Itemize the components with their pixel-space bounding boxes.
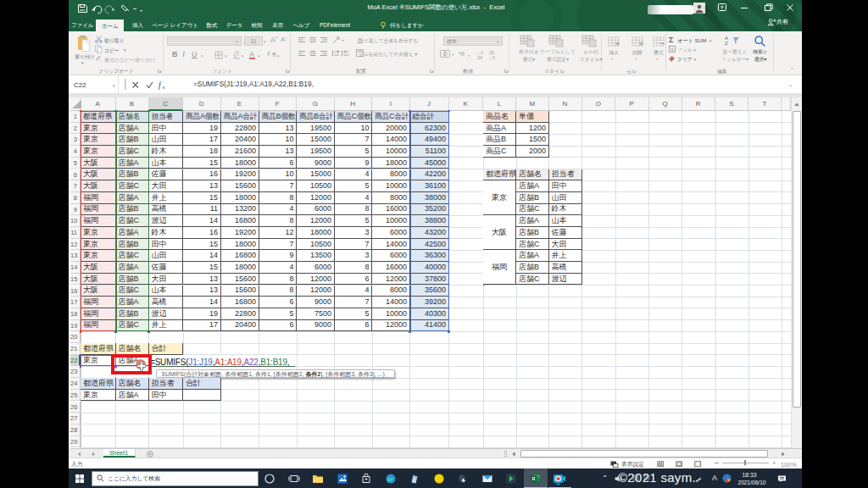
svg-text:f: f: [159, 81, 162, 90]
svg-text:x: x: [162, 84, 165, 90]
